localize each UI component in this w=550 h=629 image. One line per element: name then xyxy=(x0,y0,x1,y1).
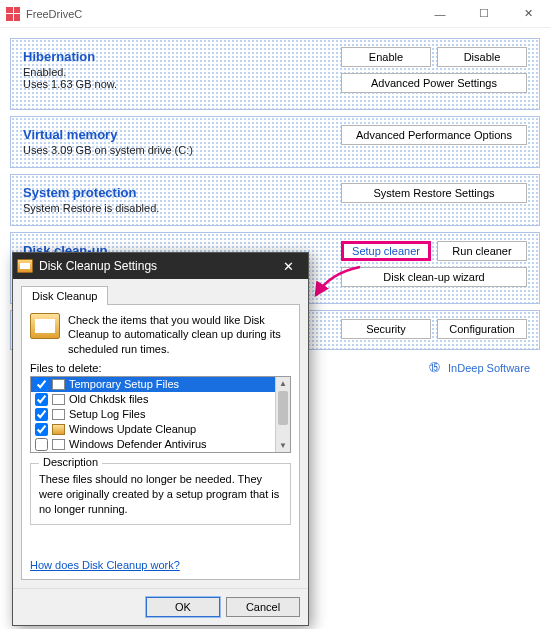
item-checkbox[interactable] xyxy=(35,438,48,451)
scroll-down-icon[interactable]: ▼ xyxy=(276,439,290,452)
item-label: Windows Update Cleanup xyxy=(69,423,196,435)
enable-button[interactable]: Enable xyxy=(341,47,431,67)
system-restore-button[interactable]: System Restore Settings xyxy=(341,183,527,203)
brand-icon: ⑮ xyxy=(429,360,440,375)
main-titlebar: FreeDriveC — ☐ ✕ xyxy=(0,0,550,28)
security-button[interactable]: Security xyxy=(341,319,431,339)
dialog-panel: Check the items that you would like Disk… xyxy=(21,304,300,580)
item-label: Windows Defender Antivirus xyxy=(69,438,207,450)
description-label: Description xyxy=(39,456,102,468)
setup-cleaner-button[interactable]: Setup cleaner xyxy=(341,241,431,261)
list-item[interactable]: Setup Log Files xyxy=(31,407,290,422)
list-item[interactable]: Old Chkdsk files xyxy=(31,392,290,407)
maximize-button[interactable]: ☐ xyxy=(462,0,506,28)
section-system-protection: System protection System Restore is disa… xyxy=(10,174,540,226)
item-label: Temporary Setup Files xyxy=(69,378,179,390)
tab-disk-cleanup[interactable]: Disk Cleanup xyxy=(21,286,108,305)
scroll-thumb[interactable] xyxy=(278,391,288,425)
file-type-icon xyxy=(52,394,65,405)
item-label: Old Chkdsk files xyxy=(69,393,148,405)
app-logo-icon xyxy=(6,7,20,21)
window-title: FreeDriveC xyxy=(26,8,418,20)
list-item[interactable]: Windows Update Cleanup xyxy=(31,422,290,437)
description-text: These files should no longer be needed. … xyxy=(39,472,282,517)
cancel-button[interactable]: Cancel xyxy=(226,597,300,617)
disk-cleanup-dialog: Disk Cleanup Settings ✕ Disk Cleanup Che… xyxy=(12,252,309,626)
vmem-usage: Uses 3.09 GB on system drive (C:) xyxy=(23,144,527,156)
help-link[interactable]: How does Disk Cleanup work? xyxy=(30,559,180,571)
dialog-intro-text: Check the items that you would like Disk… xyxy=(68,313,291,356)
file-type-icon xyxy=(52,439,65,450)
sysprot-status: System Restore is disabled. xyxy=(23,202,527,214)
item-label: Setup Log Files xyxy=(69,408,145,420)
item-checkbox[interactable] xyxy=(35,408,48,421)
files-to-delete-label: Files to delete: xyxy=(30,362,291,374)
ok-button[interactable]: OK xyxy=(146,597,220,617)
disk-cleanup-wizard-button[interactable]: Disk clean-up wizard xyxy=(341,267,527,287)
advanced-power-button[interactable]: Advanced Power Settings xyxy=(341,73,527,93)
section-virtual-memory: Virtual memory Uses 3.09 GB on system dr… xyxy=(10,116,540,168)
description-group: Description These files should no longer… xyxy=(30,463,291,526)
list-item[interactable]: Temporary Setup Files xyxy=(31,377,290,392)
item-checkbox[interactable] xyxy=(35,378,48,391)
section-hibernation: Hibernation Enabled. Uses 1.63 GB now. E… xyxy=(10,38,540,110)
files-listbox[interactable]: Temporary Setup FilesOld Chkdsk filesSet… xyxy=(30,376,291,453)
dialog-footer: OK Cancel xyxy=(13,588,308,625)
brand-label: InDeep Software xyxy=(448,362,530,374)
disk-cleanup-icon xyxy=(17,259,33,273)
dialog-close-button[interactable]: ✕ xyxy=(272,259,304,274)
cleanup-large-icon xyxy=(30,313,60,339)
file-type-icon xyxy=(52,379,65,390)
file-type-icon xyxy=(52,409,65,420)
list-item[interactable]: Windows Defender Antivirus xyxy=(31,437,290,452)
advanced-performance-button[interactable]: Advanced Performance Options xyxy=(341,125,527,145)
listbox-scrollbar[interactable]: ▲ ▼ xyxy=(275,377,290,452)
run-cleaner-button[interactable]: Run cleaner xyxy=(437,241,527,261)
dialog-titlebar[interactable]: Disk Cleanup Settings ✕ xyxy=(13,253,308,279)
file-type-icon xyxy=(52,424,65,435)
close-button[interactable]: ✕ xyxy=(506,0,550,28)
item-checkbox[interactable] xyxy=(35,393,48,406)
dialog-title: Disk Cleanup Settings xyxy=(39,259,272,273)
minimize-button[interactable]: — xyxy=(418,0,462,28)
configuration-button[interactable]: Configuration xyxy=(437,319,527,339)
scroll-up-icon[interactable]: ▲ xyxy=(276,377,290,390)
disable-button[interactable]: Disable xyxy=(437,47,527,67)
item-checkbox[interactable] xyxy=(35,423,48,436)
